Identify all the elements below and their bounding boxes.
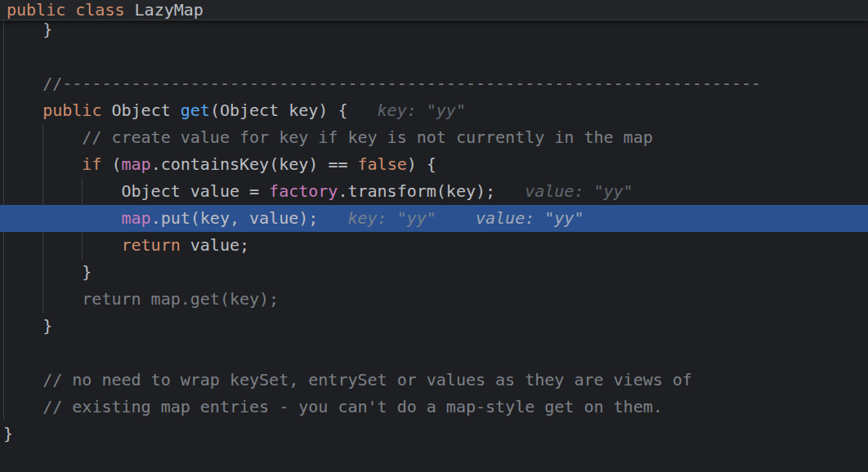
code-token: } <box>3 316 52 336</box>
execution-point-line[interactable]: map.put(key, value); key: "yy" value: "y… <box>0 205 868 232</box>
code-line[interactable]: public Object get(Object key) { key: "yy… <box>0 97 868 124</box>
comment-token: // no need to wrap keySet, entrySet or v… <box>43 370 692 390</box>
code-line[interactable]: // existing map entries - you can't do a… <box>0 394 868 421</box>
keyword-token: if <box>82 154 101 174</box>
field-token: factory <box>269 181 338 201</box>
code-token: ) { <box>407 154 436 174</box>
code-line[interactable]: if (map.containsKey(key) == false) { <box>0 151 868 178</box>
code-line[interactable]: } <box>0 313 868 340</box>
code-token: Object <box>101 100 180 120</box>
code-token: } <box>3 424 13 443</box>
code-token: Object value = <box>3 181 269 201</box>
keyword-token: false <box>358 154 407 174</box>
code-line[interactable]: return map.get(key); <box>0 286 868 313</box>
code-line[interactable]: Object value = factory.transform(key); v… <box>0 178 868 205</box>
code-token <box>3 397 43 416</box>
code-token: (Object key) { <box>210 100 348 120</box>
code-token: value; <box>181 235 249 255</box>
code-token: ( <box>101 154 121 174</box>
code-line[interactable]: // no need to wrap keySet, entrySet or v… <box>0 367 868 394</box>
code-token: .containsKey(key) == <box>151 154 358 174</box>
code-token: return map.get(key); <box>3 289 279 309</box>
code-token <box>3 370 43 390</box>
code-token <box>3 235 122 255</box>
keyword-token: public class <box>7 0 135 20</box>
inline-debugger-hint: key: "yy" <box>318 208 436 228</box>
code-line[interactable]: //--------------------------------------… <box>0 70 868 97</box>
code-editor: } //------------------------------------… <box>0 16 868 448</box>
code-token: .put(key, value); <box>151 208 319 228</box>
comment-token: //--------------------------------------… <box>3 73 761 93</box>
code-line[interactable]: } <box>0 421 868 448</box>
code-token <box>3 100 43 120</box>
inline-debugger-hint: value: "yy" <box>436 208 584 228</box>
field-token: map <box>122 154 151 174</box>
comment-token: // create value for key if key is not cu… <box>82 127 652 147</box>
code-line[interactable]: } <box>0 259 868 286</box>
code-line[interactable] <box>0 43 868 70</box>
code-token: .transform(key); <box>338 181 495 201</box>
comment-token: // existing map entries - you can't do a… <box>43 397 663 416</box>
code-token: } <box>3 262 92 282</box>
inline-debugger-hint: key: "yy" <box>347 100 466 120</box>
keyword-token: public <box>43 100 101 120</box>
code-line[interactable]: return value; <box>0 232 868 259</box>
code-token <box>3 127 82 147</box>
code-line[interactable]: // create value for key if key is not cu… <box>0 124 868 151</box>
keyword-token: return <box>122 235 181 255</box>
code-token <box>3 208 122 228</box>
code-token: LazyMap <box>135 0 204 20</box>
field-token: map <box>122 208 151 228</box>
code-token: } <box>3 20 52 39</box>
code-token <box>3 154 82 174</box>
inline-debugger-hint: value: "yy" <box>495 181 633 201</box>
sticky-class-header[interactable]: public class LazyMap <box>0 0 868 20</box>
method-name-token: get <box>181 100 210 120</box>
code-line[interactable] <box>0 340 868 367</box>
